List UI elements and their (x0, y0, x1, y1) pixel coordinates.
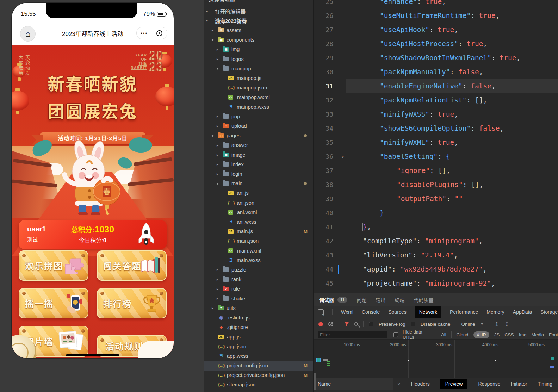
tree-item-mainpop.wxss[interactable]: Ǝmainpop.wxss (204, 102, 313, 112)
tree-item-sitemap.json[interactable]: {…}sitemap.json (204, 380, 313, 390)
menu-dots-icon[interactable]: ••• (137, 31, 152, 36)
tree-item-utils[interactable]: ▸+utils (204, 303, 313, 313)
tree-item-components[interactable]: ▾▦components (204, 35, 313, 45)
code-line-38[interactable]: 38"disablePlugins": [], (314, 178, 558, 192)
tree-item-ani.json[interactable]: {…}ani.json (204, 198, 313, 207)
tree-item-渤海2023新春[interactable]: ▾渤海2023新春 (204, 16, 313, 25)
tree-item-mainpop.wxml[interactable]: <>mainpop.wxml (204, 93, 313, 102)
tree-item-ani.js[interactable]: JSani.js (204, 188, 313, 198)
code-line-26[interactable]: 26"useMultiFrameRuntime": true, (314, 9, 558, 23)
chevron-down-icon[interactable]: ▾ (212, 134, 218, 138)
tree-item-main[interactable]: ▾main (204, 179, 313, 188)
filter-chip-xhr[interactable]: XHR (473, 331, 489, 338)
network-overview[interactable]: 1000 ms2000 ms3000 ms4000 ms5000 ms (314, 340, 558, 378)
chevron-right-icon[interactable]: ▸ (206, 9, 212, 13)
code-line-32[interactable]: 32"packNpmRelationList": [], (314, 93, 558, 107)
chevron-right-icon[interactable]: ▸ (217, 172, 223, 176)
detail-tab-response[interactable]: Response (478, 381, 500, 387)
tree-item-pages[interactable]: ▾▢pages (204, 131, 313, 141)
tree-item-logos[interactable]: ▸logos (204, 54, 313, 64)
code-line-31[interactable]: 31"enableEngineNative": false, (314, 79, 558, 93)
code-line-46[interactable]: 46"condition": {} (314, 291, 558, 293)
filter-chip-img[interactable]: Img (519, 332, 527, 337)
chevron-right-icon[interactable]: ▸ (212, 28, 218, 32)
filter-chip-media[interactable]: Media (532, 332, 544, 337)
tree-item-answer[interactable]: ▸answer (204, 141, 313, 150)
chevron-down-icon[interactable]: ▾ (217, 182, 223, 186)
devtools-tab-console[interactable]: Console (362, 309, 380, 315)
tree-item-.eslintrc.js[interactable]: ◉.eslintrc.js (204, 313, 313, 322)
filter-chip-all[interactable]: All (441, 332, 446, 337)
code-line-27[interactable]: 27"useApiHook": true, (314, 23, 558, 37)
chevron-right-icon[interactable]: ▸ (217, 48, 223, 51)
chevron-right-icon[interactable]: ▸ (217, 268, 223, 272)
tree-item-upload[interactable]: ▸↑upload (204, 121, 313, 131)
name-column-header[interactable]: Name (314, 378, 393, 390)
tree-item-pop[interactable]: ▸pop (204, 112, 313, 121)
tree-item-login[interactable]: ▸login (204, 169, 313, 179)
filter-chip-js[interactable]: JS (494, 332, 500, 337)
debugger-tab-终端[interactable]: 终端 (395, 296, 404, 303)
game-button-puzzle[interactable]: 欢乐拼图 (19, 250, 88, 281)
chevron-right-icon[interactable]: ▸ (212, 306, 218, 310)
chevron-right-icon[interactable]: ▸ (217, 162, 223, 166)
debugger-tab-调试器[interactable]: 调试器 (319, 296, 334, 303)
import-har-icon[interactable]: ↥ (495, 321, 499, 328)
tree-item-index[interactable]: ▸index (204, 160, 313, 169)
tree-item-main.wxml[interactable]: <>main.wxml (204, 246, 313, 255)
debugger-tab-输出[interactable]: 输出 (376, 296, 385, 303)
tree-item-.gitignore[interactable]: ◆.gitignore (204, 323, 313, 332)
devtools-tab-wxml[interactable]: Wxml (341, 309, 353, 315)
devtools-tab-appdata[interactable]: AppData (513, 309, 532, 315)
devtools-tab-performance[interactable]: Performance (450, 309, 478, 315)
filter-chip-cloud[interactable]: Cloud (457, 332, 469, 337)
tree-item-打开的编辑器[interactable]: ▸打开的编辑器 (204, 6, 313, 16)
debugger-tab-代码质量[interactable]: 代码质量 (414, 296, 433, 303)
code-line-36[interactable]: 36∨"babelSetting": { (314, 150, 558, 164)
filter-input[interactable] (318, 331, 387, 338)
detail-tab-initiator[interactable]: Initiator (511, 381, 527, 387)
hide-data-urls-checkbox[interactable] (393, 332, 398, 337)
tree-item-image[interactable]: ▸▣image (204, 150, 313, 160)
code-line-35[interactable]: 35"minifyWXML": true, (314, 136, 558, 150)
tree-item-mainpop.json[interactable]: {…}mainpop.json (204, 83, 313, 93)
close-target-icon[interactable] (152, 30, 167, 36)
code-line-33[interactable]: 33"minifyWXSS": true, (314, 107, 558, 122)
home-indicator[interactable] (66, 354, 119, 356)
code-line-29[interactable]: 29"showShadowRootInWxmlPanel": true, (314, 51, 558, 65)
inspect-element-icon[interactable] (318, 309, 324, 315)
code-editor[interactable]: 25"enhance": true,26"useMultiFrameRuntim… (314, 0, 558, 293)
tree-item-rule[interactable]: ▸✓rule (204, 284, 313, 294)
code-line-41[interactable]: 41}, (314, 220, 558, 234)
record-button[interactable] (318, 322, 323, 326)
code-line-34[interactable]: 34"showES6CompileOption": false, (314, 122, 558, 136)
devtools-tab-memory[interactable]: Memory (486, 309, 504, 315)
tree-item-img[interactable]: ▸▣img (204, 45, 313, 54)
filter-chip-css[interactable]: CSS (504, 332, 514, 337)
devtools-tab-network[interactable]: Network (415, 306, 441, 318)
code-line-30[interactable]: 30"packNpmManually": false, (314, 65, 558, 79)
code-line-39[interactable]: 39"outputPath": "" (314, 192, 558, 206)
chevron-right-icon[interactable]: ▸ (217, 124, 223, 128)
detail-tab-timing[interactable]: Timing (538, 381, 552, 387)
code-line-42[interactable]: 42"compileType": "miniprogram", (314, 234, 558, 248)
code-line-45[interactable]: 45"projectname": "miniprogram-92", (314, 276, 558, 291)
tree-item-project.config.json[interactable]: {…}project.config.jsonM (204, 361, 313, 370)
tree-item-mainpop.js[interactable]: JSmainpop.js (204, 73, 313, 83)
tree-item-ani.wxml[interactable]: <>ani.wxml (204, 207, 313, 217)
devtools-tab-sources[interactable]: Sources (388, 309, 406, 315)
throttling-select[interactable]: Online (461, 322, 475, 327)
clear-button[interactable] (328, 322, 333, 326)
tree-item-assets[interactable]: ▸≡assets (204, 25, 313, 35)
search-icon[interactable] (354, 322, 358, 326)
tree-item-app.js[interactable]: JSapp.js (204, 332, 313, 342)
game-button-quiz[interactable]: 闯关答题 (97, 250, 167, 281)
tree-item-main.json[interactable]: {…}main.json (204, 236, 313, 246)
detail-tab-preview[interactable]: Preview (440, 379, 468, 389)
tree-item-ani.wxss[interactable]: Ǝani.wxss (204, 217, 313, 226)
scrollbar-thumb[interactable] (314, 373, 316, 390)
export-har-icon[interactable]: ↧ (504, 321, 509, 328)
tree-item-mainpop[interactable]: ▾mainpop (204, 64, 313, 73)
chevron-down-icon[interactable]: ▾ (217, 67, 223, 70)
chevron-down-icon[interactable]: ▾ (206, 19, 212, 23)
